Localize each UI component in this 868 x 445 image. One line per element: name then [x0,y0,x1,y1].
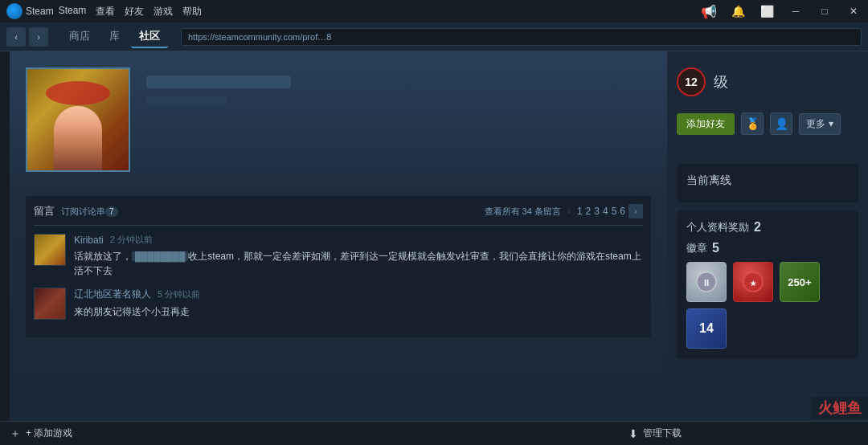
level-section: 12 级 [677,67,858,96]
badges-count: 5 [712,241,719,255]
profile-icon-button[interactable]: 👤 [770,112,792,135]
badges-title-row: 徽章 5 [686,241,849,255]
right-info-panel: 12 级 添加好友 🏅 👤 更多 ▾ 当前离线 个人资料奖励 2 徽 [667,51,868,421]
title-bar: Steam Steam 查看 好友 游戏 帮助 📢 🔔 ⬜ ─ □ ✕ [0,0,868,22]
profile-sub-name [146,96,227,106]
nav-arrows: ‹ › [6,27,48,47]
watermark: 火鲤鱼 [812,397,868,419]
comment-item: 辽北地区著名狼人 5 分钟以前 来的朋友记得送个小丑再走 [34,288,643,320]
badge-icon-button[interactable]: 🏅 [741,112,764,135]
menu-item-view[interactable]: 查看 [96,5,115,18]
comment-time: 2 分钟以前 [110,234,153,246]
comment-avatar-liaobei [34,288,66,320]
maximize-button[interactable]: □ [810,0,839,22]
comment-body: 辽北地区著名狼人 5 分钟以前 来的朋友记得送个小丑再走 [74,288,643,320]
badge-silver[interactable]: II [686,262,727,302]
steam-icon [6,3,23,19]
comments-pagination: 查看所有 34 条留言 ‹ 1 2 3 4 5 6 › [485,204,643,218]
close-button[interactable]: ✕ [839,0,868,22]
tab-store[interactable]: 商店 [61,26,98,48]
svg-text:★: ★ [750,280,757,288]
comment-text: 来的朋友记得送个小丑再走 [74,304,643,319]
status-box: 当前离线 [677,164,858,202]
download-icon: ⬇ [628,427,638,440]
bottom-bar: ＋ + 添加游戏 ⬇ 管理下载 火鲤鱼 [0,421,868,445]
level-badge: 12 [677,67,706,96]
comment-author-row: 辽北地区著名狼人 5 分钟以前 [74,288,643,301]
badges-row: II ★ 250+ 14 [686,262,849,349]
badges-section: 徽章 5 II ★ [686,241,849,349]
minimize-button[interactable]: ─ [781,0,810,22]
manage-download-label: 管理下载 [643,427,682,440]
unknown-button[interactable]: ⬜ [752,0,781,22]
menu-item-steam[interactable]: Steam [59,5,87,18]
back-button[interactable]: ‹ [6,27,26,47]
page-3[interactable]: 3 [594,206,600,217]
comment-time: 5 分钟以前 [158,288,200,300]
add-game-label: + 添加游戏 [26,427,72,440]
notification-button[interactable]: 🔔 [723,0,752,22]
add-game-action[interactable]: ＋ + 添加游戏 [10,427,72,441]
comment-author[interactable]: 辽北地区著名狼人 [74,288,151,301]
next-page-button[interactable]: › [628,204,643,218]
left-strip [0,51,10,421]
add-game-icon: ＋ [10,427,21,441]
page-5[interactable]: 5 [612,206,617,217]
nav-bar: ‹ › 商店 库 社区 https://steamcommunity.com/p… [0,22,868,51]
action-buttons: 添加好友 🏅 👤 更多 ▾ [677,112,858,135]
badge-14[interactable]: 14 [686,308,727,349]
tab-community[interactable]: 社区 [131,26,168,48]
comment-avatar-kiribati [34,234,66,266]
nav-tabs: 商店 库 社区 [61,26,168,48]
profile-area: 留言 订阅讨论串7 查看所有 34 条留言 ‹ 1 2 3 4 5 6 › [10,51,667,421]
comments-header: 留言 订阅讨论串7 查看所有 34 条留言 ‹ 1 2 3 4 5 6 › [34,204,643,226]
view-all-comments[interactable]: 查看所有 34 条留言 [485,206,561,218]
comment-author-row: Kiribati 2 分钟以前 [74,234,643,246]
achievement-label: 个人资料奖励 [686,220,749,235]
add-friend-button[interactable]: 添加好友 [677,113,735,135]
app-name: Steam [26,6,54,17]
menu-item-help[interactable]: 帮助 [182,5,202,18]
forward-button[interactable]: › [29,27,48,47]
page-6[interactable]: 6 [620,206,625,217]
profile-header [26,67,651,172]
comments-title: 留言 [34,204,55,218]
profile-name [146,76,291,88]
censored-text: ████████ [132,251,188,261]
more-button[interactable]: 更多 ▾ [799,113,841,135]
title-bar-menu: Steam 查看 好友 游戏 帮助 [59,5,203,18]
page-1[interactable]: 1 [577,206,583,217]
main-content: 留言 订阅讨论串7 查看所有 34 条留言 ‹ 1 2 3 4 5 6 › [0,51,868,421]
achievement-count: 2 [754,220,761,235]
level-text: 级 [714,72,728,92]
url-bar[interactable]: https://steamcommunity.com/prof…8 [181,28,862,46]
comment-item: Kiribati 2 分钟以前 话就放这了，████████收上steam，那就… [34,234,643,278]
svg-text:II: II [704,278,709,288]
badge-red[interactable]: ★ [733,262,773,302]
achievement-row: 个人资料奖励 2 [686,220,849,235]
comment-author[interactable]: Kiribati [74,235,104,246]
window-controls: 📢 🔔 ⬜ ─ □ ✕ [694,0,868,22]
badges-label: 徽章 [686,241,707,255]
app-logo: Steam [6,3,54,19]
status-title: 当前离线 [686,174,849,188]
page-4[interactable]: 4 [603,206,608,217]
comment-body: Kiribati 2 分钟以前 话就放这了，████████收上steam，那就… [74,234,643,278]
achievements-box: 个人资料奖励 2 徽章 5 II [677,210,858,358]
comments-section: 留言 订阅讨论串7 查看所有 34 条留言 ‹ 1 2 3 4 5 6 › [26,196,651,337]
page-2[interactable]: 2 [586,206,592,217]
menu-item-games[interactable]: 游戏 [154,5,173,18]
badge-250plus[interactable]: 250+ [780,262,820,302]
tab-library[interactable]: 库 [101,26,128,48]
broadcast-button[interactable]: 📢 [694,0,723,22]
avatar [26,67,130,172]
profile-info [146,67,651,106]
menu-item-friends[interactable]: 好友 [125,5,144,18]
comments-subscribe[interactable]: 订阅讨论串7 [61,206,118,218]
avatar-image [27,69,129,170]
manage-download-action[interactable]: ⬇ 管理下载 [628,427,682,440]
comment-text: 话就放这了，████████收上steam，那就一定会差评如潮，差评到达一定规模… [74,249,643,278]
